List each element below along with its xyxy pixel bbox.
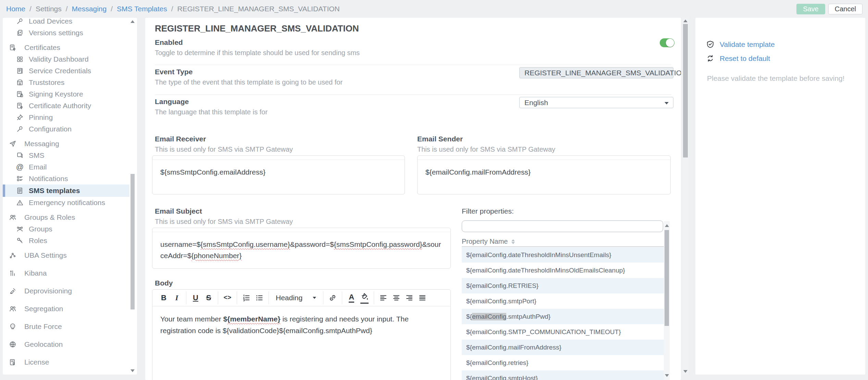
code-button[interactable]: <>	[222, 292, 233, 304]
sidebar-item-sms[interactable]: SMS	[3, 150, 129, 161]
align-left-button[interactable]	[377, 292, 389, 304]
scroll-up-icon[interactable]	[130, 19, 135, 24]
sidebar-item-kibana[interactable]: Kibana	[3, 267, 129, 279]
language-select[interactable]: English	[519, 97, 673, 108]
property-scrollbar-thumb[interactable]	[665, 230, 669, 326]
validate-template-link[interactable]: Validate template	[706, 40, 775, 49]
sidebar-item-groups[interactable]: Groups	[3, 223, 129, 235]
sidebar-scrollbar-thumb[interactable]	[131, 174, 135, 309]
sidebar-item-license[interactable]: License	[3, 356, 129, 368]
sidebar-scrollbar[interactable]	[130, 19, 135, 373]
save-button[interactable]: Save	[796, 4, 825, 14]
chevron-down-icon	[313, 297, 316, 299]
sidebar-item-label: Groups	[29, 225, 52, 233]
sidebar-item-label: Validity Dashboard	[29, 55, 89, 63]
main-scrollbar-thumb[interactable]	[683, 24, 688, 157]
property-row[interactable]: ${emailConfig.smtpPort}	[462, 293, 664, 309]
sidebar-item-segregation[interactable]: Segregation	[3, 303, 129, 315]
toolbar-separator	[218, 291, 218, 304]
email-receiver-input[interactable]: ${smsSmtpConfig.emailAddress}	[152, 155, 405, 194]
filter-properties-label: Filter properties:	[462, 207, 514, 215]
property-list-scrollbar[interactable]	[664, 221, 670, 380]
ar-icon	[405, 294, 413, 302]
language-label: Language	[155, 98, 268, 106]
scroll-down-icon[interactable]	[682, 369, 689, 374]
sidebar-item-service-credentials[interactable]: Service Credentials	[3, 65, 129, 77]
sidebar-item-versions-settings[interactable]: Versions settings	[3, 27, 129, 39]
breadcrumb-item-register-line-manager-sms-validation: REGISTER_LINE_MANAGER_SMS_VALIDATION	[177, 5, 340, 13]
italic-button[interactable]: I	[171, 292, 183, 304]
email-sender-input[interactable]: ${emailConfig.mailFromAddress}	[417, 155, 671, 194]
certificate-icon	[9, 44, 16, 51]
fill-color-button[interactable]	[359, 292, 370, 304]
breadcrumb-item-messaging[interactable]: Messaging	[72, 5, 107, 13]
property-row[interactable]: ${emailConfig.smtpHost}	[462, 370, 664, 380]
sidebar-item-messaging[interactable]: Messaging	[3, 138, 129, 150]
align-justify-button[interactable]	[417, 292, 428, 304]
body-content[interactable]: Your team member ${memberName} is regist…	[152, 306, 450, 343]
ac-icon	[392, 294, 400, 302]
align-right-button[interactable]	[404, 292, 415, 304]
event-type-description: The type of the event that this template…	[155, 78, 343, 86]
heading-dropdown[interactable]: Heading	[272, 292, 320, 304]
sidebar-item-certificates[interactable]: Certificates	[3, 42, 129, 53]
breadcrumb-item-home[interactable]: Home	[6, 5, 25, 13]
sidebar-item-pinning[interactable]: Pinning	[3, 112, 129, 123]
sidebar-item-validity-dashboard[interactable]: Validity Dashboard	[3, 53, 129, 65]
sidebar: Load DevicesVersions settingsCertificate…	[3, 18, 137, 375]
link-button[interactable]	[327, 292, 338, 304]
sidebar-item-configuration[interactable]: Configuration	[3, 123, 129, 135]
sidebar-item-uba-settings[interactable]: UBA Settings	[3, 250, 129, 261]
unordered-list-button[interactable]	[253, 292, 265, 304]
sidebar-item-load-devices[interactable]: Load Devices	[3, 18, 129, 27]
enabled-toggle[interactable]	[660, 38, 674, 47]
sidebar-item-label: Load Devices	[29, 18, 72, 25]
filter-properties-input[interactable]	[462, 220, 663, 232]
bold-button[interactable]: B	[158, 292, 170, 304]
ordered-list-button[interactable]	[240, 292, 252, 304]
main-scrollbar[interactable]	[682, 18, 689, 375]
underline-button[interactable]: U	[190, 292, 201, 304]
scroll-down-icon[interactable]	[664, 373, 670, 378]
event-type-input[interactable]: REGISTER_LINE_MANAGER_SMS_VALIDATION	[519, 67, 673, 78]
sidebar-item-brute-force[interactable]: Brute Force	[3, 321, 129, 332]
chevron-down-icon	[665, 102, 669, 104]
strikethrough-button[interactable]: S	[203, 292, 214, 304]
property-row[interactable]: ${emailConfig.dateThresholdInMinsUnsentE…	[462, 247, 664, 263]
sidebar-item-certificate-authority[interactable]: Certificate Authority	[3, 100, 129, 112]
reset-to-default-link[interactable]: Reset to default	[706, 54, 770, 63]
sidebar-item-roles[interactable]: Roles	[3, 235, 129, 246]
email-subject-input[interactable]: username=${smsSmtpConfig.username}&passw…	[152, 228, 451, 269]
group3-icon	[16, 225, 24, 233]
cancel-button[interactable]: Cancel	[828, 4, 863, 14]
breadcrumb-item-sms-templates[interactable]: SMS Templates	[117, 5, 167, 13]
sidebar-item-geolocation[interactable]: Geolocation	[3, 339, 129, 350]
email-subject-value: username=${smsSmtpConfig.username}&passw…	[152, 232, 450, 268]
scroll-up-icon[interactable]	[682, 18, 689, 23]
property-name-header[interactable]: Property Name	[462, 238, 515, 245]
scroll-down-icon[interactable]	[130, 368, 135, 373]
network-icon	[9, 252, 16, 259]
sidebar-item-truststores[interactable]: Truststores	[3, 77, 129, 88]
property-row[interactable]: ${emailConfig.dateThresholdInMinsOldEmai…	[462, 263, 664, 278]
property-row[interactable]: ${emailConfig.smtpAuthPwd}	[462, 309, 664, 324]
sidebar-item-notifications[interactable]: Notifications	[3, 173, 129, 185]
property-row[interactable]: ${emailConfig.mailFromAddress}	[462, 340, 664, 355]
body-editor[interactable]: BIUS<>HeadingA Your team member ${member…	[152, 289, 451, 380]
align-center-button[interactable]	[390, 292, 402, 304]
sidebar-items: Load DevicesVersions settingsCertificate…	[3, 18, 129, 368]
sidebar-item-signing-keystore[interactable]: Signing Keystore	[3, 88, 129, 100]
sidebar-item-deprovisioning[interactable]: Deprovisioning	[3, 285, 129, 297]
dashboard-icon	[16, 55, 24, 63]
property-row[interactable]: ${emailConfig.retries}	[462, 355, 664, 370]
toolbar-separator	[186, 291, 186, 304]
sidebar-item-groups-roles[interactable]: Groups & Roles	[3, 212, 129, 223]
scroll-up-icon[interactable]	[664, 223, 670, 228]
sidebar-item-label: Deprovisioning	[24, 287, 72, 295]
sidebar-item-sms-templates[interactable]: SMS templates	[3, 185, 129, 197]
property-row[interactable]: ${emailConfig.RETRIES}	[462, 278, 664, 293]
text-color-button[interactable]: A	[346, 292, 357, 304]
sidebar-item-emergency-notifications[interactable]: Emergency notifications	[3, 197, 129, 208]
sidebar-item-email[interactable]: @Email	[3, 161, 129, 173]
property-row[interactable]: ${emailConfig.SMTP_COMMUNICATION_TIMEOUT…	[462, 324, 664, 340]
